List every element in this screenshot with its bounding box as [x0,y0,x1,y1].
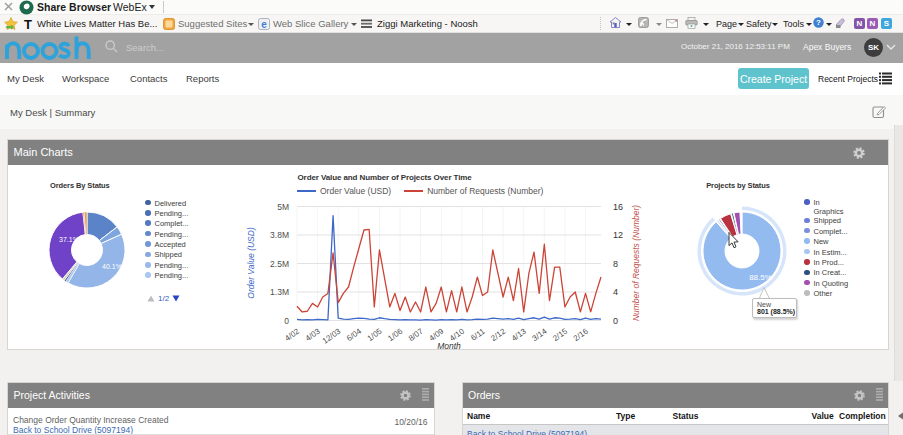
onenote-send-icon[interactable]: N [867,18,878,29]
help-dropdown-caret[interactable] [826,23,832,26]
legend-dot [804,228,810,234]
safety-dropdown-caret[interactable] [772,23,778,26]
chart-tooltip: New 801 (88.5%) [752,298,797,318]
webex-share-toolbar: Share Browser WebEx [0,0,903,15]
orders-col-name[interactable]: Name [467,411,490,421]
legend-item: Pending... [145,230,189,240]
nyt-letter: T [24,18,32,30]
header-datetime: October 21, 2016 12:53:11 PM [681,42,790,51]
nav-workspace[interactable]: Workspace [62,73,109,84]
svg-text:8: 8 [613,259,618,269]
safety-menu[interactable]: Safety [746,19,772,29]
legend-label: In Graphics [814,198,844,216]
svg-text:0: 0 [284,316,289,326]
add-favorite-star-icon[interactable] [4,17,18,31]
nav-contacts[interactable]: Contacts [130,73,168,84]
tools-menu[interactable]: Tools [783,19,804,29]
pager-down-icon[interactable] [172,295,180,302]
legend-label-order-value: Order Value (USD) [320,186,391,196]
pager-up-icon[interactable] [147,295,155,302]
chevron-down-icon[interactable] [351,23,357,26]
rss-dropdown-caret[interactable] [656,23,662,26]
order-link[interactable]: Back to School Drive (5097194) [467,429,587,435]
webex-menu[interactable]: WebEx [113,1,147,13]
recent-projects-link[interactable]: Recent Projects [818,74,878,84]
favorite-link-web-slice-gallery[interactable]: Web Slice Gallery [273,18,348,29]
panel-grip-icon[interactable] [422,388,430,403]
skype-icon[interactable]: S [881,18,892,29]
svg-text:0: 0 [613,316,618,326]
favorite-link-nyt[interactable]: White Lives Matter Has Be... [37,18,157,29]
page-dropdown-caret[interactable] [738,23,744,26]
home-dropdown-caret[interactable] [626,23,632,26]
orders-by-status-donut[interactable] [41,204,133,296]
orders-panel: Orders Name Type Status Value Completion… [462,382,890,435]
help-icon[interactable]: ? [813,17,824,28]
search-input[interactable]: Search... [126,42,164,53]
share-browser-label: Share Browser [37,1,111,13]
chevron-down-icon[interactable] [149,5,155,9]
nav-reports[interactable]: Reports [186,73,219,84]
search-icon[interactable] [105,40,118,53]
svg-text:4/02: 4/02 [283,326,301,343]
legend-label: In Prod... [814,258,844,267]
donut-slice-label: 40.1% [95,263,129,270]
legend-label: Pending... [155,209,189,218]
legend-dot [145,200,151,206]
projects-by-status-legend: In GraphicsShippedComplet...NewIn Estim.… [804,198,848,300]
account-name[interactable]: Apex Buyers [803,42,851,52]
mail-icon[interactable] [666,19,678,28]
home-icon[interactable] [610,17,621,28]
gear-icon[interactable] [399,389,412,402]
avatar[interactable]: SK [864,38,883,57]
favorite-link-ziggi[interactable]: Ziggi Marketing - Noosh [377,18,478,29]
svg-text:8/07: 8/07 [407,326,425,343]
svg-text:12: 12 [613,230,623,240]
legend-item: In Creat... [804,268,848,278]
rss-feed-icon[interactable] [638,17,649,28]
onenote-linked-icon[interactable]: N [854,18,865,29]
recent-projects-list-icon[interactable] [879,72,892,85]
gear-icon[interactable] [852,146,866,160]
svg-text:2.5M: 2.5M [270,259,289,269]
legend-label-requests: Number of Requests (Number) [427,186,543,196]
svg-text:12/03: 12/03 [321,326,343,345]
main-charts-header: Main Charts [8,140,888,165]
tooltip-category: New [757,301,796,308]
orders-col-value[interactable]: Value [812,411,834,421]
legend-item: Shipped [804,216,848,226]
close-icon[interactable] [4,2,13,11]
legend-dot [145,252,151,258]
create-project-button[interactable]: Create Project [738,68,809,89]
nav-my-desk[interactable]: My Desk [7,73,44,84]
favorite-link-suggested-sites[interactable]: Suggested Sites [178,18,247,29]
edge-cutoff-mark [898,412,903,420]
orders-table-row[interactable]: Back to School Drive (5097194) [463,425,889,435]
orders-col-completion[interactable]: Completion [839,411,886,421]
print-icon[interactable] [685,17,698,29]
svg-text:2/12: 2/12 [489,326,507,343]
separator [600,17,601,30]
legend-swatch-order-value [297,190,316,193]
onenote-clip-icon[interactable] [835,18,846,29]
orders-col-type[interactable]: Type [616,411,635,421]
project-activities-panel: Project Activities Change Order Quantity… [7,382,435,435]
legend-item: Complet... [804,227,848,237]
chevron-down-icon[interactable] [248,23,254,26]
page-menu[interactable]: Page [716,19,737,29]
line-chart[interactable]: 001.3M42.5M83.8M125M164/024/0312/036/041… [241,196,661,351]
account-chevron-icon[interactable] [886,44,896,50]
legend-dot [804,290,810,296]
svg-text:3/14: 3/14 [531,326,549,343]
tools-dropdown-caret[interactable] [806,23,812,26]
legend-dot [145,231,151,237]
orders-col-status[interactable]: Status [673,411,699,421]
edit-page-icon[interactable] [872,104,887,119]
svg-text:3.8M: 3.8M [270,230,289,240]
gear-icon[interactable] [853,389,866,402]
print-dropdown-caret[interactable] [703,23,709,26]
panel-grip-icon[interactable] [876,388,884,403]
primary-nav: My Desk Workspace Contacts Reports Creat… [0,63,903,95]
noosh-logo[interactable] [5,34,91,60]
svg-text:5M: 5M [277,202,289,212]
